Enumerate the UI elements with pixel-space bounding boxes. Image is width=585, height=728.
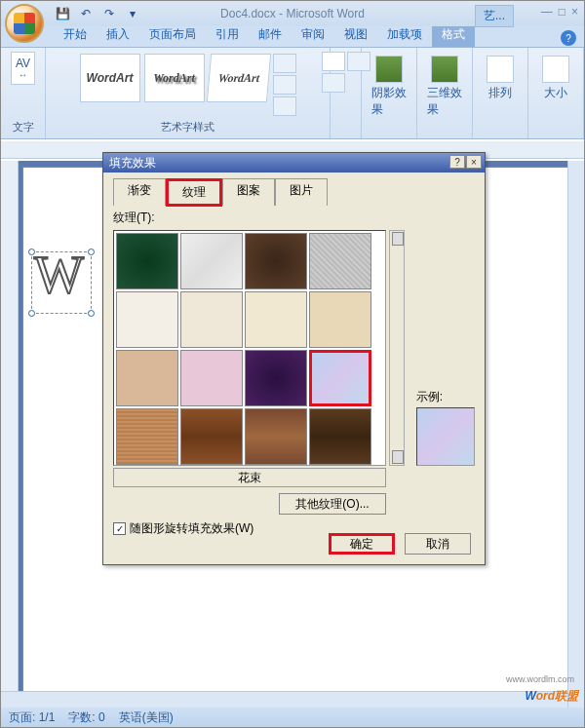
texture-label: 纹理(T): [113, 210, 475, 226]
texture-swatch[interactable] [245, 233, 307, 289]
gallery-up-icon[interactable] [273, 54, 296, 73]
qat-dropdown-icon[interactable]: ▾ [124, 5, 141, 22]
arrange-button[interactable]: 排列 [479, 52, 522, 105]
group-3d: 三维效果 [417, 48, 473, 138]
cancel-button[interactable]: 取消 [405, 533, 471, 555]
texture-swatch[interactable] [116, 291, 178, 348]
texture-name: 花束 [113, 468, 386, 487]
sample-area: 示例: [416, 389, 481, 466]
resize-handle-nw[interactable] [28, 249, 35, 255]
status-page[interactable]: 页面: 1/1 [9, 709, 55, 726]
gallery-down-icon[interactable] [273, 75, 296, 95]
texture-swatch[interactable] [116, 350, 178, 406]
contextual-tab-label[interactable]: 艺... [475, 5, 514, 27]
texture-swatch[interactable] [309, 291, 371, 348]
ok-button[interactable]: 确定 [329, 533, 395, 555]
texture-swatch-selected[interactable] [309, 350, 371, 406]
texture-swatch[interactable] [180, 291, 243, 348]
ribbon-tabs: 开始 插入 页面布局 引用 邮件 审阅 视图 加载项 格式 [1, 26, 584, 48]
texture-swatch[interactable] [180, 408, 243, 465]
group-wordart-label: 艺术字样式 [161, 120, 214, 134]
group-text: AV ↔ 文字 [1, 48, 46, 138]
texture-grid [113, 230, 386, 466]
dialog-tabs: 渐变 纹理 图案 图片 [113, 178, 475, 206]
3d-effects-button[interactable]: 三维效果 [423, 52, 466, 122]
dialog-titlebar[interactable]: 填充效果 ? × [103, 153, 485, 172]
other-texture-button[interactable]: 其他纹理(O)... [279, 493, 386, 515]
status-words[interactable]: 字数: 0 [68, 709, 104, 726]
group-arrange: 排列 [473, 48, 528, 138]
maximize-icon[interactable]: □ [559, 5, 566, 19]
status-language[interactable]: 英语(美国) [119, 709, 174, 726]
group-text-label: 文字 [13, 120, 34, 134]
arrange-icon [487, 56, 514, 83]
texture-swatch[interactable] [180, 350, 243, 406]
dialog-title-text: 填充效果 [109, 155, 156, 172]
horizontal-scrollbar[interactable] [1, 691, 567, 708]
close-icon[interactable]: × [571, 5, 578, 19]
group-shadow: 阴影效果 [362, 48, 417, 138]
texture-swatch[interactable] [245, 291, 307, 348]
tab-pattern[interactable]: 图案 [222, 178, 275, 206]
texture-swatch[interactable] [116, 233, 178, 289]
dialog-body: 渐变 纹理 图案 图片 纹理(T): [103, 172, 485, 547]
cube-icon [431, 56, 458, 83]
redo-icon[interactable]: ↷ [100, 5, 118, 22]
resize-handle-sw[interactable] [28, 310, 35, 317]
undo-icon[interactable]: ↶ [77, 5, 95, 22]
vertical-ruler[interactable] [1, 161, 19, 708]
resize-handle-ne[interactable] [88, 249, 95, 255]
window-title: Doc4.docx - Microsoft Word [220, 7, 365, 20]
gallery-more-icon[interactable] [273, 96, 296, 116]
tab-gradient[interactable]: 渐变 [113, 178, 166, 206]
dialog-help-icon[interactable]: ? [449, 155, 465, 169]
title-bar: 💾 ↶ ↷ ▾ Doc4.docx - Microsoft Word 艺... … [1, 1, 584, 26]
spacing-button[interactable]: AV ↔ [11, 52, 35, 85]
shadow-effects-button[interactable]: 阴影效果 [368, 52, 410, 122]
size-icon [542, 56, 569, 83]
status-bar: 页面: 1/1 字数: 0 英语(美国) [1, 708, 584, 727]
group-fill-outline [331, 48, 362, 138]
change-shape-button[interactable] [322, 73, 345, 93]
group-size: 大小 [528, 48, 584, 138]
texture-swatch[interactable] [116, 408, 178, 465]
dialog-close-icon[interactable]: × [466, 155, 482, 169]
group-wordart-styles: WordArt WordArt WordArt 艺术字样式 [46, 48, 331, 138]
sample-label: 示例: [416, 389, 481, 405]
texture-scrollbar[interactable] [389, 230, 405, 466]
help-icon[interactable]: ? [561, 30, 576, 46]
texture-swatch[interactable] [309, 233, 371, 289]
minimize-icon[interactable]: — [541, 5, 553, 19]
tab-texture[interactable]: 纹理 [166, 178, 222, 207]
wordart-style-3[interactable]: WordArt [206, 54, 270, 102]
quick-access-toolbar: 💾 ↶ ↷ ▾ [54, 5, 141, 22]
shadow-icon [375, 56, 403, 83]
texture-swatch[interactable] [309, 408, 371, 465]
shape-fill-button[interactable] [322, 52, 345, 71]
window-controls: — □ × [541, 5, 578, 19]
resize-handle-se[interactable] [88, 310, 95, 317]
watermark-logo: Word联盟 [526, 680, 578, 706]
texture-swatch[interactable] [180, 233, 243, 289]
rotate-checkbox-label: 随图形旋转填充效果(W) [130, 520, 254, 537]
fill-effects-dialog: 填充效果 ? × 渐变 纹理 图案 图片 纹理(T): [102, 152, 486, 565]
office-button[interactable] [5, 4, 44, 43]
wordart-object[interactable] [31, 251, 92, 314]
wordart-gallery[interactable]: WordArt WordArt WordArt [78, 52, 298, 118]
sample-preview [416, 407, 475, 466]
checkbox-icon[interactable]: ✓ [113, 522, 126, 535]
save-icon[interactable]: 💾 [54, 5, 71, 22]
tab-picture[interactable]: 图片 [275, 178, 328, 206]
size-button[interactable]: 大小 [534, 52, 577, 105]
wordart-style-2[interactable]: WordArt [144, 54, 205, 102]
vertical-scrollbar[interactable] [567, 161, 584, 708]
av-icon: AV [16, 57, 30, 70]
texture-swatch[interactable] [245, 408, 307, 465]
ribbon: AV ↔ 文字 WordArt WordArt WordArt 艺术字样式 阴影… [1, 48, 584, 139]
wordart-style-1[interactable]: WordArt [80, 54, 140, 102]
texture-swatch[interactable] [245, 350, 307, 406]
